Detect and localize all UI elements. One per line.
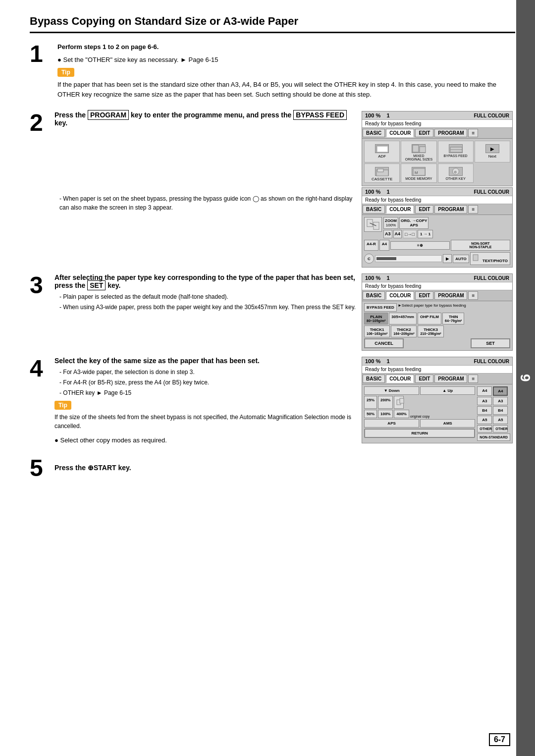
screen1-percent: 100 % 1 [365,112,390,118]
screen4-non-standard[interactable]: NON-STANDARD [477,433,510,441]
screen4-a4-copy[interactable]: A4 [493,386,508,396]
screen2-a4r-btn[interactable]: A4-R [364,240,378,251]
return-btn[interactable]: RETURN [364,429,475,438]
tip1-label: Tip [57,68,74,77]
adf-btn[interactable]: ADF [364,141,400,162]
screen1-tab-program[interactable]: PROGRAM [434,129,467,137]
screen1-tabs: BASIC COLOUR EDIT PROGRAM ≡ [362,128,512,139]
screen2-tab-basic[interactable]: BASIC [363,205,385,214]
page: 6 Bypass Copying on Standard Size or A3-… [0,0,535,756]
thick2-btn[interactable]: THICK2 164~209g/m² [391,325,417,337]
bypass-feed-key: BYPASS FEED [293,110,347,120]
step5-title: Press the ⊕START key. [54,464,131,472]
screen4-other-orig[interactable]: OTHER [477,425,492,432]
size-btn[interactable]: 305×457mm [389,313,417,324]
screen2-textphoto-btn[interactable]: TEXT/PHOTO [470,252,510,265]
screen2-percent: 100 % 1 [365,189,390,195]
screen4-tabs: BASIC COLOUR EDIT PROGRAM ≡ [362,374,512,384]
pct200-btn[interactable]: 200% [378,396,393,409]
screen3-tab-program[interactable]: PROGRAM [434,291,467,300]
screen4-b4-orig[interactable]: B4 [477,406,492,415]
screen4-other-copy[interactable]: OTHER [493,425,508,432]
screen2-a3-btn[interactable]: A3 [383,230,392,238]
screen2-nonsort-btn[interactable]: NON-SORTNON-STAPLE [451,240,510,251]
ohp-btn[interactable]: OHP FILM [418,313,441,324]
screen3-tab-colour[interactable]: COLOUR [386,291,414,300]
screen3-tab-basic[interactable]: BASIC [363,291,385,300]
aps-btn[interactable]: APS [364,419,419,428]
screen1-tab-menu[interactable]: ≡ [468,129,478,137]
step3-number: 3 [30,273,50,297]
up-btn[interactable]: ▲ Up [420,386,475,395]
pct25-btn[interactable]: 25% [364,396,377,409]
screen4-a4-orig[interactable]: A4 [477,386,492,396]
screen4-a5-orig[interactable]: A5 [477,416,492,424]
screen4-a3-orig[interactable]: A3 [477,397,492,405]
bypass-feed-label: BYPASS FEED [364,303,397,312]
screen4-tab-basic[interactable]: BASIC [363,375,385,383]
screen4-downup: ▼ Down ▲ Up [364,386,475,395]
screen2-triangle-btn[interactable]: ▶ [443,254,452,263]
screen4-tab-colour[interactable]: COLOUR [386,375,414,383]
screen2-org-copy-btn[interactable]: ORG. →COPYAPS [399,217,428,229]
screen4-tab-edit[interactable]: EDIT [415,375,433,383]
screen2-icon-copy [364,217,382,232]
mode-memory-btn[interactable]: M MODE MEMORY [401,163,436,183]
screen4-tab-menu[interactable]: ≡ [468,375,478,383]
cassette-btn[interactable]: CASSETTE [364,163,400,183]
screen4-a5-copy[interactable]: A5 [493,416,508,424]
screen2-a4b-btn[interactable]: A4 [379,240,389,251]
screen1-tab-basic[interactable]: BASIC [363,129,385,137]
screen4-header: 100 % 1 FULL COLOUR [362,357,512,365]
screen4-percent: 100 % 1 [365,358,390,364]
screen3-instruction: ►Select paper type for bypass feeding [398,303,510,312]
step1-number: 1 [30,42,50,66]
pct100-btn[interactable]: 100% [378,410,393,418]
screen3-tab-edit[interactable]: EDIT [415,291,433,300]
plain-btn[interactable]: PLAIN 80~105g/m² [364,313,388,324]
step3-row: 3 After selecting the paper type key cor… [30,273,515,352]
bypass-feed-btn[interactable]: BYPASS FEED [438,141,474,162]
next-btn[interactable]: ▶ Next [475,141,510,162]
thick1-btn[interactable]: THICK1 106~163g/m² [364,325,390,337]
screen3-header: 100 % 1 FULL COLOUR [362,274,512,282]
screen1-colour: FULL COLOUR [474,113,509,118]
step2-number: 2 [30,111,50,135]
screen4-a3-copy[interactable]: A3 [493,397,508,405]
screen1-tab-colour[interactable]: COLOUR [386,129,414,137]
set-btn[interactable]: SET [471,338,510,348]
screen2-tab-menu[interactable]: ≡ [468,205,478,214]
screen1-tab-edit[interactable]: EDIT [415,129,433,137]
svg-text:⚙: ⚙ [454,170,457,174]
screen2-a4-btn[interactable]: A4 [393,230,402,238]
other-key-btn[interactable]: ⚙ OTHER KEY [438,163,474,183]
screen2-duplex-btn[interactable]: ≡⊕ [390,241,450,250]
ams-btn[interactable]: AMS [420,419,475,428]
screen2-tab-colour[interactable]: COLOUR [386,205,414,214]
screen2-tab-edit[interactable]: EDIT [415,205,433,214]
screen2-tab-program[interactable]: PROGRAM [434,205,467,214]
thin-btn[interactable]: THIN 64~79g/m² [442,313,464,324]
screen2-auto-btn[interactable]: AUTO [453,255,469,263]
screen3-bottom: CANCEL SET [364,338,510,348]
screen4-b4-copy[interactable]: B4 [493,406,508,415]
screen2-c-btn[interactable]: C [364,254,374,264]
pct400-btn[interactable]: 400% [394,410,409,418]
screen3-tab-menu[interactable]: ≡ [468,291,478,300]
step4-bullet1: Select other copy modes as required. [54,435,357,445]
thick3-btn[interactable]: THICK3 210~256g/m² [418,325,443,337]
pct50-btn[interactable]: 50% [364,410,377,418]
screen4-zoom-row1: 25% 200% [364,396,475,409]
cancel-btn[interactable]: CANCEL [364,338,404,348]
screen2-zoom-btn[interactable]: ZOOM100% [383,217,398,229]
screen2-header: 100 % 1 FULL COLOUR [362,188,512,196]
screen2-1to1-btn[interactable]: 1 → 1 [418,230,433,238]
screen2-colour: FULL COLOUR [474,189,509,195]
screen1-icons-row2: CASSETTE M MODE MEMORY ⚙ OTH [364,163,510,183]
step4-row: 4 Select the key of the same size as the… [30,357,515,447]
down-btn[interactable]: ▼ Down [364,386,419,395]
screen1-ready: Ready for bypass feeding [362,119,512,128]
mixed-original-btn[interactable]: MIXED ORIGINAL SIZES [401,141,436,162]
tip4-text: If the size of the sheets fed from the s… [54,413,357,431]
screen4-tab-program[interactable]: PROGRAM [434,375,467,383]
